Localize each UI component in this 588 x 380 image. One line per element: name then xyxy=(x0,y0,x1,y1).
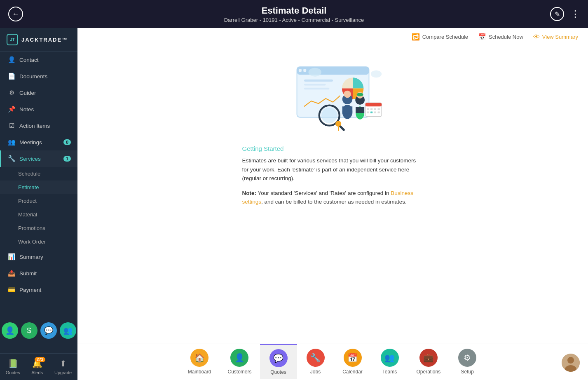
svg-rect-13 xyxy=(342,106,352,114)
customers-icon: 👤 xyxy=(230,349,248,367)
alerts-button[interactable]: 273 🔔 Alerts xyxy=(31,359,43,375)
footer-chat-icon[interactable]: 💬 xyxy=(40,322,57,339)
footer-dollar-icon[interactable]: $ xyxy=(21,322,37,339)
bottom-nav-teams[interactable]: 👥 Teams xyxy=(371,345,408,379)
svg-rect-23 xyxy=(365,103,381,107)
more-button[interactable]: ⋮ xyxy=(571,9,580,19)
sidebar-item-meetings[interactable]: 👥 Meetings 0 xyxy=(0,134,77,150)
guides-button[interactable]: 📗 Guides xyxy=(6,359,20,375)
action-items-icon: ☑ xyxy=(8,122,15,129)
meetings-badge: 0 xyxy=(63,139,71,145)
logo-icon: JT xyxy=(7,34,18,45)
edit-button[interactable]: ✎ xyxy=(550,7,564,21)
jobs-icon: 🔧 xyxy=(307,349,325,367)
guides-label: Guides xyxy=(6,370,20,375)
bottom-nav-quotes[interactable]: 💬 Quotes xyxy=(260,344,297,379)
back-button[interactable]: ← xyxy=(8,7,23,21)
setup-icon: ⚙ xyxy=(458,349,476,367)
header-right-actions: ✎ ⋮ xyxy=(550,7,580,21)
sidebar-meetings-label: Meetings xyxy=(19,139,42,145)
svg-rect-28 xyxy=(367,112,369,113)
contact-icon: 👤 xyxy=(8,56,15,63)
top-header: ← Estimate Detail Darrell Graber - 10191… xyxy=(0,0,588,28)
notes-icon: 📌 xyxy=(8,106,15,113)
sidebar-sub-promotions[interactable]: Promotions xyxy=(0,221,77,235)
svg-point-9 xyxy=(321,108,337,124)
promotions-label: Promotions xyxy=(18,225,45,231)
note-prefix: Note: xyxy=(242,190,257,196)
bottom-nav-mainboard[interactable]: 🏠 Mainboard xyxy=(180,345,220,379)
sidebar-sub-schedule[interactable]: Schedule xyxy=(0,167,77,181)
logo-text: JACKTRADE™ xyxy=(21,37,68,43)
operations-label: Operations xyxy=(417,369,441,375)
user-avatar[interactable] xyxy=(562,354,580,372)
bottom-nav-operations[interactable]: 💼 Operations xyxy=(408,345,449,379)
sidebar-sub-estimate[interactable]: Estimate xyxy=(0,181,77,194)
schedule-now-label: Schedule Now xyxy=(489,34,523,40)
upgrade-label: Upgrade xyxy=(54,370,72,375)
illustration xyxy=(275,54,391,137)
schedule-now-icon: 📅 xyxy=(478,33,486,41)
alerts-badge: 273 xyxy=(35,357,46,362)
sidebar-item-guider[interactable]: ⚙ Guider xyxy=(0,84,77,101)
view-summary-action[interactable]: 👁 View Summary xyxy=(533,33,578,41)
quotes-icon: 💬 xyxy=(269,349,288,367)
svg-rect-24 xyxy=(367,108,369,110)
bottom-nav-customers[interactable]: 👤 Customers xyxy=(219,345,260,379)
sidebar-item-action-items[interactable]: ☑ Action Items xyxy=(0,117,77,134)
svg-rect-1 xyxy=(297,67,369,75)
sidebar-sub-material[interactable]: Material xyxy=(0,208,77,221)
operations-icon: 💼 xyxy=(419,349,438,367)
svg-rect-2 xyxy=(298,69,301,72)
page-title: Estimate Detail xyxy=(224,5,364,16)
svg-point-35 xyxy=(567,357,574,364)
bottom-nav-setup[interactable]: ⚙ Setup xyxy=(449,345,486,379)
svg-point-32 xyxy=(308,68,321,77)
svg-rect-30 xyxy=(374,112,376,113)
quotes-label: Quotes xyxy=(270,369,286,375)
footer-user-icon[interactable]: 👤 xyxy=(2,322,18,339)
upgrade-button[interactable]: ⬆ Upgrade xyxy=(54,359,72,375)
sidebar-contact-label: Contact xyxy=(19,57,39,63)
footer-icons-row: 👤 $ 💬 👥 xyxy=(0,318,77,343)
summary-icon: 📊 xyxy=(8,253,15,260)
header-title-block: Estimate Detail Darrell Graber - 10191 -… xyxy=(224,5,364,23)
sidebar-item-documents[interactable]: 📄 Documents xyxy=(0,68,77,84)
upgrade-icon: ⬆ xyxy=(60,359,67,368)
svg-rect-17 xyxy=(356,107,364,113)
schedule-label: Schedule xyxy=(18,171,40,177)
sidebar-documents-label: Documents xyxy=(19,73,47,80)
footer-people-icon[interactable]: 👥 xyxy=(60,322,76,339)
content-area: 🔂 Compare Schedule 📅 Schedule Now 👁 View… xyxy=(77,28,588,380)
product-label: Product xyxy=(18,198,37,204)
compare-schedule-action[interactable]: 🔂 Compare Schedule xyxy=(412,33,468,41)
svg-rect-27 xyxy=(377,108,380,110)
documents-icon: 📄 xyxy=(8,73,15,80)
compare-schedule-icon: 🔂 xyxy=(412,33,420,41)
bottom-nav-jobs[interactable]: 🔧 Jobs xyxy=(297,345,334,379)
guider-icon: ⚙ xyxy=(8,89,15,96)
sidebar-bottom-actions: 📗 Guides 273 🔔 Alerts ⬆ Upgrade xyxy=(0,353,77,380)
svg-rect-3 xyxy=(303,69,306,72)
compare-schedule-label: Compare Schedule xyxy=(422,34,468,40)
page-subtitle: Darrell Graber - 10191 - Active - Commer… xyxy=(224,17,364,23)
mainboard-label: Mainboard xyxy=(188,369,211,375)
note-suffix: , and can be billed to the customer as n… xyxy=(261,199,407,205)
services-badge: 1 xyxy=(63,156,71,162)
sidebar-summary-label: Summary xyxy=(19,254,43,260)
sidebar-item-summary[interactable]: 📊 Summary xyxy=(0,249,77,265)
schedule-now-action[interactable]: 📅 Schedule Now xyxy=(478,33,523,41)
material-label: Material xyxy=(18,211,37,218)
getting-started-title: Getting Started xyxy=(242,145,424,152)
note-text: Note: Your standard 'Services' and 'Rate… xyxy=(242,189,424,206)
sidebar-item-contact[interactable]: 👤 Contact xyxy=(0,52,77,68)
sidebar-item-payment[interactable]: 💳 Payment xyxy=(0,281,77,298)
sidebar-sub-work-order[interactable]: Work Order xyxy=(0,235,77,249)
bottom-nav-calendar[interactable]: 📅 Calendar xyxy=(334,345,371,379)
sidebar-item-services[interactable]: 🔧 Services 1 xyxy=(0,150,77,167)
sidebar-item-notes[interactable]: 📌 Notes xyxy=(0,101,77,117)
sidebar-sub-product[interactable]: Product xyxy=(0,194,77,208)
sidebar-item-submit[interactable]: 📤 Submit xyxy=(0,265,77,281)
guides-icon: 📗 xyxy=(8,359,18,368)
sidebar-submit-label: Submit xyxy=(19,270,37,277)
